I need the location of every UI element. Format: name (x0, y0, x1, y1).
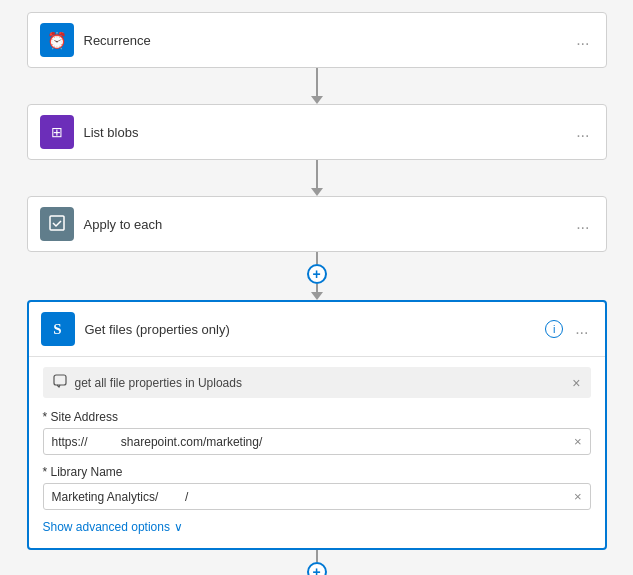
recurrence-label: Recurrence (84, 33, 573, 48)
sharepoint-icon-symbol: S (53, 321, 61, 338)
apply-each-label: Apply to each (84, 217, 573, 232)
arrow-line-2 (316, 160, 318, 188)
get-files-header: S Get files (properties only) i ... (29, 302, 605, 357)
apply-each-card[interactable]: Apply to each ... (27, 196, 607, 252)
recurrence-more-button[interactable]: ... (572, 31, 593, 49)
list-blobs-card[interactable]: ⊞ List blobs ... (27, 104, 607, 160)
library-name-field: * Library Name × (43, 465, 591, 510)
site-address-input[interactable] (52, 435, 570, 449)
blobs-icon: ⊞ (40, 115, 74, 149)
chat-icon (53, 374, 67, 391)
show-advanced-button[interactable]: Show advanced options ∨ (43, 520, 591, 534)
library-name-clear-button[interactable]: × (574, 489, 582, 504)
library-name-label: * Library Name (43, 465, 591, 479)
site-address-label: * Site Address (43, 410, 591, 424)
show-advanced-label: Show advanced options (43, 520, 170, 534)
plus-connector-1: + (307, 252, 327, 300)
add-step-button-2[interactable]: + (307, 562, 327, 575)
library-name-input[interactable] (52, 490, 570, 504)
library-name-input-wrap[interactable]: × (43, 483, 591, 510)
arrow-head-2 (311, 188, 323, 196)
plus-connector-2: + (307, 550, 327, 575)
arrow-head-1 (311, 96, 323, 104)
get-files-card[interactable]: S Get files (properties only) i ... get … (27, 300, 607, 550)
site-address-field: * Site Address × (43, 410, 591, 455)
plus-arrow-head-1 (311, 292, 323, 300)
arrow-2 (311, 160, 323, 196)
chevron-down-icon: ∨ (174, 520, 183, 534)
plus-line-bottom-1 (316, 284, 318, 292)
arrow-1 (311, 68, 323, 104)
flow-canvas: ⏰ Recurrence ... ⊞ List blobs ... A (16, 12, 617, 575)
site-address-input-wrap[interactable]: × (43, 428, 591, 455)
info-banner-close-button[interactable]: × (572, 375, 580, 391)
info-banner-text: get all file properties in Uploads (75, 376, 573, 390)
get-files-more-button[interactable]: ... (571, 320, 592, 338)
get-files-title: Get files (properties only) (85, 322, 546, 337)
info-banner: get all file properties in Uploads × (43, 367, 591, 398)
svg-rect-1 (54, 375, 66, 385)
recurrence-icon: ⏰ (40, 23, 74, 57)
add-step-button-1[interactable]: + (307, 264, 327, 284)
site-address-clear-button[interactable]: × (574, 434, 582, 449)
arrow-line-1 (316, 68, 318, 96)
plus-line-top-2 (316, 550, 318, 562)
get-files-body: get all file properties in Uploads × * S… (29, 357, 605, 548)
apply-icon (40, 207, 74, 241)
list-blobs-more-button[interactable]: ... (572, 123, 593, 141)
apply-each-more-button[interactable]: ... (572, 215, 593, 233)
get-files-info-button[interactable]: i (545, 320, 563, 338)
recurrence-card[interactable]: ⏰ Recurrence ... (27, 12, 607, 68)
list-blobs-label: List blobs (84, 125, 573, 140)
plus-line-top-1 (316, 252, 318, 264)
blobs-icon-symbol: ⊞ (51, 124, 63, 140)
recurrence-icon-symbol: ⏰ (47, 31, 67, 50)
sharepoint-icon: S (41, 312, 75, 346)
svg-rect-0 (50, 216, 64, 230)
apply-icon-symbol (48, 214, 66, 235)
